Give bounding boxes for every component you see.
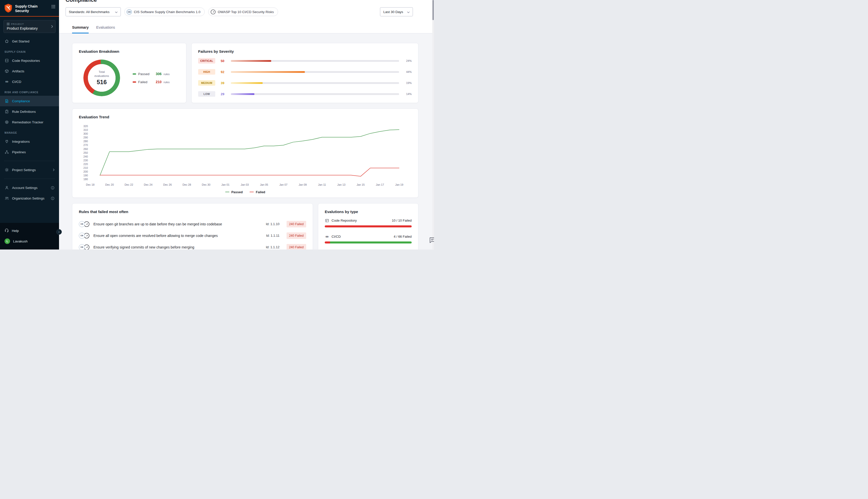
severity-bar-fill xyxy=(231,71,305,73)
trend-legend-passed: Passed xyxy=(225,190,243,194)
tab-evaluations[interactable]: Evaluations xyxy=(96,25,115,33)
donut-total: 516 xyxy=(97,78,107,86)
card-title: Rules that failed most often xyxy=(79,209,306,214)
rule-row[interactable]: CIS Ensure open git branches are up to d… xyxy=(79,218,306,230)
sidebar-item-code-repositories[interactable]: Code Repositories xyxy=(0,55,59,66)
plug-icon xyxy=(4,139,9,144)
apps-grid-icon[interactable] xyxy=(51,3,55,10)
tab-summary[interactable]: Summary xyxy=(72,25,89,34)
target-icon xyxy=(4,120,9,124)
repository-icon xyxy=(4,58,9,63)
pipelines-icon xyxy=(4,150,9,154)
trend-legend-label: Passed xyxy=(231,190,243,194)
sidebar: Supply Chain Security Project Product Ex… xyxy=(0,0,59,250)
info-icon[interactable] xyxy=(51,196,54,200)
sidebar-item-organization-settings[interactable]: Organization Settings xyxy=(0,193,59,204)
svg-text:Jan 01: Jan 01 xyxy=(221,183,229,186)
rule-id: Id: 1.1.10 xyxy=(266,222,279,226)
severity-row-medium: MEDIUM 39 19% xyxy=(198,80,412,86)
sidebar-item-label: Pipelines xyxy=(12,150,26,154)
failed-count: 210 xyxy=(156,80,161,84)
failed-line-swatch xyxy=(250,192,254,192)
type-bar xyxy=(325,242,412,243)
user-menu[interactable]: L Lavakush xyxy=(0,236,59,246)
rule-row[interactable]: CIS Ensure verifying signed commits of n… xyxy=(79,242,306,250)
sidebar-item-account-settings[interactable]: Account Settings xyxy=(0,182,59,193)
svg-text:Dec 30: Dec 30 xyxy=(202,183,210,186)
sidebar-item-artifacts[interactable]: Artifacts xyxy=(0,66,59,76)
severity-bar-track xyxy=(231,82,399,84)
svg-text:Dec 20: Dec 20 xyxy=(105,183,114,186)
evaluation-trend-card: Evaluation Trend 18019020021022023024025… xyxy=(72,109,419,198)
help-button[interactable]: Help xyxy=(0,226,59,236)
sidebar-item-rule-definitions[interactable]: Rule Definitions xyxy=(0,106,59,117)
card-title: Failures by Severity xyxy=(198,49,412,53)
infinity-icon: ∞ xyxy=(325,234,329,239)
project-name: Product Exploratory xyxy=(7,26,49,31)
sidebar-collapse-handle[interactable]: ‹ xyxy=(56,229,62,235)
svg-text:Dec 18: Dec 18 xyxy=(86,183,95,186)
sidebar-item-cicd[interactable]: ∞ CI/CD xyxy=(0,76,59,87)
sidebar-item-label: CI/CD xyxy=(12,80,21,84)
svg-text:Jan 05: Jan 05 xyxy=(260,183,268,186)
svg-text:230: 230 xyxy=(83,159,88,162)
home-icon xyxy=(4,39,9,44)
sidebar-item-integrations[interactable]: Integrations xyxy=(0,136,59,147)
sidebar-item-compliance[interactable]: Compliance xyxy=(0,96,59,106)
benchmark-chip-owasp[interactable]: OWASP Top 10 CI/CD Security Risks xyxy=(208,8,278,16)
svg-text:220: 220 xyxy=(83,162,88,166)
svg-text:Dec 22: Dec 22 xyxy=(125,183,133,186)
card-title: Evalutions by type xyxy=(325,209,412,214)
svg-text:290: 290 xyxy=(83,136,88,139)
rule-text: Ensure all open comments are resolved be… xyxy=(94,234,266,238)
sidebar-item-label: Integrations xyxy=(12,140,30,144)
cis-icon: CIS xyxy=(79,233,85,239)
project-label: Project xyxy=(11,23,24,25)
trend-legend: Passed Failed xyxy=(79,189,412,194)
svg-text:Jan 07: Jan 07 xyxy=(279,183,287,186)
compliance-document-icon xyxy=(4,99,9,103)
sidebar-item-remediation-tracker[interactable]: Remediation Tracker xyxy=(0,117,59,127)
chevron-right-icon xyxy=(53,169,54,171)
sidebar-header: Supply Chain Security xyxy=(0,0,59,16)
severity-bar-track xyxy=(231,60,399,62)
severity-row-high: HIGH 92 44% xyxy=(198,69,412,75)
info-icon[interactable] xyxy=(51,186,54,190)
standards-filter-dropdown[interactable]: Standards: All Benchmarks xyxy=(65,7,121,16)
sidebar-item-pipelines[interactable]: Pipelines xyxy=(0,147,59,157)
benchmark-chip-label: CIS Software Supply Chain Benchmarks 1.0 xyxy=(134,10,200,14)
svg-text:260: 260 xyxy=(83,147,88,150)
sidebar-item-label: Account Settings xyxy=(12,186,37,190)
rule-standard-icons: CIS xyxy=(79,233,94,239)
rule-row[interactable]: CIS Ensure all open comments are resolve… xyxy=(79,230,306,242)
svg-text:Jan 19: Jan 19 xyxy=(395,183,404,186)
tab-bar: Summary Evaluations xyxy=(59,25,434,33)
severity-row-low: LOW 29 14% xyxy=(198,91,412,97)
passed-count: 306 xyxy=(156,72,161,76)
svg-text:310: 310 xyxy=(83,129,88,131)
sidebar-item-project-settings[interactable]: Project Settings xyxy=(0,165,59,175)
passed-unit: rules xyxy=(163,73,170,76)
project-selector[interactable]: Project Product Exploratory xyxy=(3,20,55,33)
evaluation-donut-wrap: Total evaluations 516 xyxy=(83,60,120,96)
filter-row: Standards: All Benchmarks CIS CIS Softwa… xyxy=(59,4,434,16)
svg-text:180: 180 xyxy=(83,178,88,181)
chat-bubble-icon[interactable] xyxy=(429,236,434,245)
severity-row-critical: CRITICAL 50 24% xyxy=(198,58,412,63)
rule-standard-icons: CIS xyxy=(79,244,94,250)
donut-center-line2: evaluations xyxy=(95,74,109,78)
cis-icon: CIS xyxy=(127,9,132,15)
card-title: Evaluation Trend xyxy=(79,115,412,119)
severity-badge: MEDIUM xyxy=(198,80,215,86)
sidebar-item-get-started[interactable]: Get Started xyxy=(0,36,59,47)
sidebar-section-supply-chain: SUPPLY CHAIN xyxy=(0,47,59,55)
cis-icon: CIS xyxy=(79,221,85,227)
svg-text:240: 240 xyxy=(83,155,88,158)
sidebar-item-label: Compliance xyxy=(12,99,30,103)
type-row-cicd: ∞ CI/CD 4 / 66 Failed xyxy=(325,234,412,243)
sidebar-item-label: Code Repositories xyxy=(12,59,40,63)
benchmark-chip-cis[interactable]: CIS CIS Software Supply Chain Benchmarks… xyxy=(124,8,205,16)
date-range-dropdown[interactable]: Last 30 Days xyxy=(380,7,413,16)
rule-failed-badge: 240 Failed xyxy=(287,221,306,227)
scrollbar-thumb[interactable] xyxy=(433,0,434,20)
